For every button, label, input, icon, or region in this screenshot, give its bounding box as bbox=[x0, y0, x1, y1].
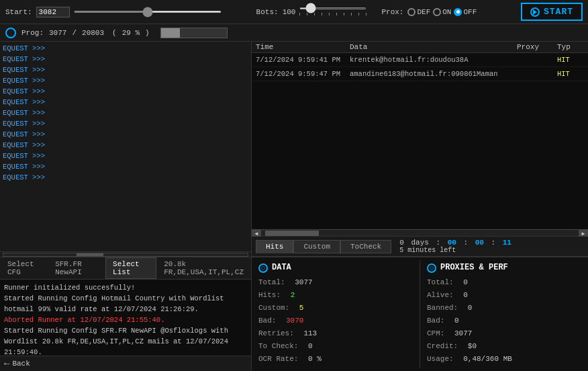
data-stat-row: To Check: 0 bbox=[258, 340, 413, 353]
results-header: Time Data Proxy Typ bbox=[252, 42, 588, 53]
log-line: EQUEST >>> bbox=[3, 161, 248, 172]
data-panel-title: DATA bbox=[272, 261, 291, 274]
bots-slider[interactable] bbox=[299, 7, 366, 9]
log-line: EQUEST >>> bbox=[3, 140, 248, 151]
scroll-left-arrow[interactable]: ◀ bbox=[252, 230, 261, 237]
proxy-panel: ◯ PROXIES & PERF Total: 0Alive: 0Banned:… bbox=[420, 257, 588, 371]
bottom-log-panel: Select CFGSFR.FR NewAPISelect List20.8k … bbox=[0, 257, 252, 371]
results-scrollbar-h[interactable]: ◀ ▶ bbox=[252, 229, 588, 236]
progress-bar-fill bbox=[161, 28, 180, 38]
log-line: EQUEST >>> bbox=[3, 129, 248, 140]
data-stat-row: Custom: 5 bbox=[258, 302, 413, 315]
proxy-stat-row: CPM: 3077 bbox=[427, 327, 581, 340]
data-panel-header: ◯ DATA bbox=[258, 261, 413, 274]
row-proxy bbox=[517, 68, 557, 80]
stat-label: Bad: bbox=[258, 315, 276, 327]
log-line: EQUEST >>> bbox=[3, 108, 248, 118]
stat-value: 3077 bbox=[295, 276, 312, 289]
radio-def[interactable]: DEF bbox=[407, 8, 430, 16]
table-row: 7/12/2024 9:59:41 PM krentek@hotmail.fr:… bbox=[252, 53, 588, 67]
stat-value: 3070 bbox=[286, 315, 303, 327]
row-time: 7/12/2024 9:59:47 PM bbox=[256, 68, 350, 80]
col-data-header: Data bbox=[350, 43, 517, 51]
tab-tocheck[interactable]: ToCheck bbox=[340, 240, 391, 253]
stat-value: 113 bbox=[303, 327, 317, 340]
start-slider-container bbox=[74, 11, 222, 13]
log-line: EQUEST >>> bbox=[3, 54, 248, 65]
proxy-panel-header: ◯ PROXIES & PERF bbox=[427, 261, 581, 274]
proxy-stat-label: Total: bbox=[427, 276, 454, 289]
log-line: EQUEST >>> bbox=[3, 43, 248, 54]
stat-value: 5 bbox=[299, 302, 304, 315]
prox-radio-group: DEF ON OFF bbox=[407, 8, 477, 16]
log-line: EQUEST >>> bbox=[3, 118, 248, 129]
radio-on-label: ON bbox=[442, 8, 451, 16]
scroll-right-arrow[interactable]: ▶ bbox=[579, 230, 588, 237]
timer-section: 0 days : 00 : 00 : 11 5 minutes left bbox=[399, 239, 511, 254]
proxy-stat-row: Alive: 0 bbox=[427, 289, 581, 302]
row-time: 7/12/2024 9:59:41 PM bbox=[256, 54, 350, 66]
data-panel: ◯ DATA Total: 3077Hits: 2Custom: 5Bad: 3… bbox=[252, 257, 420, 371]
prog-label: Prog: bbox=[21, 29, 44, 37]
data-stat-row: Bad: 3070 bbox=[258, 315, 413, 327]
tab-custom[interactable]: Custom bbox=[293, 240, 340, 253]
tab-hits[interactable]: Hits bbox=[256, 240, 293, 253]
proxy-panel-icon: ◯ bbox=[427, 263, 436, 273]
log-line: EQUEST >>> bbox=[3, 86, 248, 97]
bottom-log-content: Runner initialized succesfully!Started R… bbox=[0, 280, 251, 356]
prog-current: 3077 bbox=[49, 29, 66, 37]
proxy-stat-row: Credit: $0 bbox=[427, 340, 581, 353]
radio-on[interactable]: ON bbox=[433, 8, 451, 16]
timer-colon3: : bbox=[487, 239, 500, 247]
data-stat-row: OCR Rate: 0 % bbox=[258, 353, 413, 366]
stat-label: Retries: bbox=[258, 327, 294, 340]
bottom-nav-tab-20.8k-fr,de,usa,it,pl,cz[interactable]: 20.8k FR,DE,USA,IT,PL,CZ bbox=[156, 257, 251, 279]
stat-label: Custom: bbox=[258, 302, 289, 315]
stat-value: 0 % bbox=[308, 353, 322, 366]
prog-percent: 29 % bbox=[122, 29, 140, 37]
col-type-header: Typ bbox=[557, 43, 584, 51]
radio-on-circle bbox=[433, 8, 441, 16]
log-output: EQUEST >>>EQUEST >>>EQUEST >>>EQUEST >>>… bbox=[0, 42, 251, 251]
table-row: 7/12/2024 9:59:47 PM amandine6183@hotmai… bbox=[252, 67, 588, 81]
radio-def-circle bbox=[407, 8, 415, 16]
stat-label: Hits: bbox=[258, 289, 281, 302]
scroll-thumb[interactable] bbox=[265, 231, 319, 236]
radio-off[interactable]: OFF bbox=[454, 8, 477, 16]
proxy-stat-value: $0 bbox=[468, 340, 477, 353]
back-button[interactable]: ← Back bbox=[4, 358, 30, 369]
start-button-label: START bbox=[544, 7, 573, 17]
proxy-stat-row: Bad: 0 bbox=[427, 315, 581, 327]
log-line: EQUEST >>> bbox=[3, 151, 248, 161]
log-line: EQUEST >>> bbox=[3, 97, 248, 108]
proxy-panel-title: PROXIES & PERF bbox=[440, 261, 508, 274]
log-line: EQUEST >>> bbox=[3, 65, 248, 75]
prog-circle-icon bbox=[5, 28, 16, 38]
prog-pct: ( bbox=[112, 29, 117, 37]
bottom-nav-tab-select-cfg[interactable]: Select CFG bbox=[0, 257, 48, 279]
bottom-nav-tab-select-list[interactable]: Select List bbox=[105, 257, 156, 279]
start-input[interactable] bbox=[36, 7, 70, 17]
timer-colon1: : bbox=[432, 239, 445, 247]
results-body: 7/12/2024 9:59:41 PM krentek@hotmail.fr:… bbox=[252, 53, 588, 229]
start-slider[interactable] bbox=[74, 11, 222, 13]
proxy-stat-label: Usage: bbox=[427, 353, 454, 366]
bots-value: 100 bbox=[283, 8, 296, 16]
prox-label: Prox: bbox=[381, 8, 403, 16]
hits-tabs-row: Hits Custom ToCheck 0 days : 00 : 00 : 1… bbox=[252, 236, 588, 257]
progress-bar bbox=[160, 28, 228, 38]
row-data: krentek@hotmail.fr:doudou38A bbox=[350, 54, 517, 66]
proxy-stat-value: 0 bbox=[463, 289, 468, 302]
start-button[interactable]: START bbox=[521, 3, 583, 21]
row-data: amandine6183@hotmail.fr:090861Maman bbox=[350, 68, 517, 80]
proxy-stat-value: 0 bbox=[468, 302, 473, 315]
left-column: EQUEST >>>EQUEST >>>EQUEST >>>EQUEST >>>… bbox=[0, 42, 252, 257]
play-icon bbox=[533, 9, 537, 15]
proxy-stat-label: Banned: bbox=[427, 302, 458, 315]
timer-hours: 00 bbox=[448, 239, 456, 247]
back-button-label: Back bbox=[12, 360, 30, 368]
bottom-nav-tab-sfr.fr-newapi[interactable]: SFR.FR NewAPI bbox=[48, 257, 105, 279]
row-type: HIT bbox=[557, 54, 584, 66]
top-bar: Start: Bots: 100 bbox=[0, 0, 588, 24]
proxy-stat-value: 3077 bbox=[454, 327, 472, 340]
